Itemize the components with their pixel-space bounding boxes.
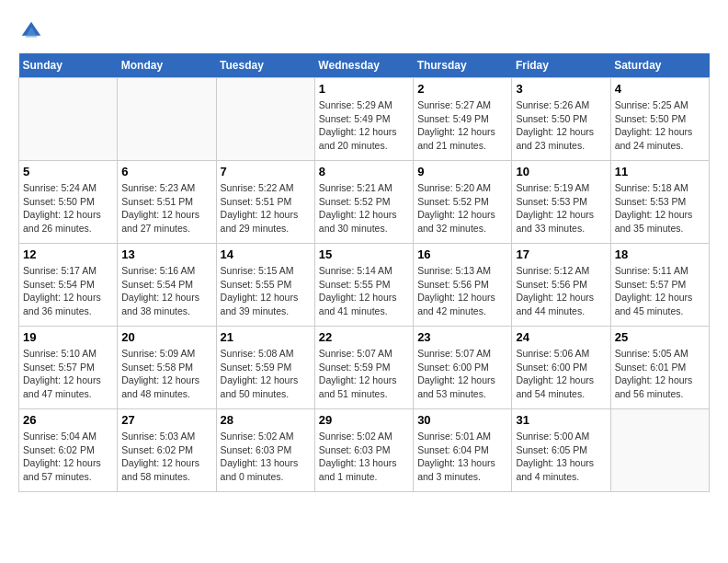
day-cell: 21Sunrise: 5:08 AM Sunset: 5:59 PM Dayli… <box>216 327 314 409</box>
day-cell: 24Sunrise: 5:06 AM Sunset: 6:00 PM Dayli… <box>512 327 610 409</box>
day-cell: 23Sunrise: 5:07 AM Sunset: 6:00 PM Dayli… <box>414 327 512 409</box>
day-cell: 7Sunrise: 5:22 AM Sunset: 5:51 PM Daylig… <box>216 161 314 244</box>
day-cell: 3Sunrise: 5:26 AM Sunset: 5:50 PM Daylig… <box>512 78 610 161</box>
day-cell: 5Sunrise: 5:24 AM Sunset: 5:50 PM Daylig… <box>19 161 118 244</box>
day-cell: 6Sunrise: 5:23 AM Sunset: 5:51 PM Daylig… <box>118 161 216 244</box>
col-wednesday: Wednesday <box>314 53 413 78</box>
header-row: Sunday Monday Tuesday Wednesday Thursday… <box>19 53 710 78</box>
day-cell: 9Sunrise: 5:20 AM Sunset: 5:52 PM Daylig… <box>414 161 512 244</box>
day-number: 5 <box>23 165 113 178</box>
day-cell: 31Sunrise: 5:00 AM Sunset: 6:05 PM Dayli… <box>512 409 610 492</box>
day-info: Sunrise: 5:11 AM Sunset: 5:57 PM Dayligh… <box>615 264 705 318</box>
day-cell: 13Sunrise: 5:16 AM Sunset: 5:54 PM Dayli… <box>118 244 216 327</box>
day-cell: 18Sunrise: 5:11 AM Sunset: 5:57 PM Dayli… <box>610 244 709 327</box>
day-info: Sunrise: 5:00 AM Sunset: 6:05 PM Dayligh… <box>516 430 606 484</box>
day-info: Sunrise: 5:15 AM Sunset: 5:55 PM Dayligh… <box>221 264 311 318</box>
day-number: 22 <box>319 330 409 344</box>
day-number: 13 <box>121 247 211 261</box>
day-cell: 27Sunrise: 5:03 AM Sunset: 6:02 PM Dayli… <box>118 409 216 492</box>
day-info: Sunrise: 5:22 AM Sunset: 5:51 PM Dayligh… <box>221 181 311 236</box>
logo <box>18 18 46 44</box>
day-info: Sunrise: 5:03 AM Sunset: 6:02 PM Dayligh… <box>121 430 211 484</box>
day-cell: 22Sunrise: 5:07 AM Sunset: 5:59 PM Dayli… <box>314 327 413 409</box>
day-info: Sunrise: 5:16 AM Sunset: 5:54 PM Dayligh… <box>121 264 211 318</box>
day-info: Sunrise: 5:12 AM Sunset: 5:56 PM Dayligh… <box>516 264 606 318</box>
day-cell: 12Sunrise: 5:17 AM Sunset: 5:54 PM Dayli… <box>19 244 118 327</box>
day-number: 28 <box>221 413 311 427</box>
day-info: Sunrise: 5:04 AM Sunset: 6:02 PM Dayligh… <box>23 430 113 484</box>
col-thursday: Thursday <box>414 53 512 78</box>
week-row-4: 19Sunrise: 5:10 AM Sunset: 5:57 PM Dayli… <box>19 327 710 409</box>
day-cell: 30Sunrise: 5:01 AM Sunset: 6:04 PM Dayli… <box>414 409 512 492</box>
day-info: Sunrise: 5:13 AM Sunset: 5:56 PM Dayligh… <box>417 264 507 318</box>
day-info: Sunrise: 5:07 AM Sunset: 6:00 PM Dayligh… <box>417 347 507 401</box>
day-cell: 15Sunrise: 5:14 AM Sunset: 5:55 PM Dayli… <box>314 244 413 327</box>
day-number: 30 <box>417 413 507 427</box>
col-tuesday: Tuesday <box>216 53 314 78</box>
day-number: 10 <box>516 165 606 178</box>
day-cell: 16Sunrise: 5:13 AM Sunset: 5:56 PM Dayli… <box>414 244 512 327</box>
day-info: Sunrise: 5:06 AM Sunset: 6:00 PM Dayligh… <box>516 347 606 401</box>
day-number: 15 <box>319 247 409 261</box>
day-cell: 17Sunrise: 5:12 AM Sunset: 5:56 PM Dayli… <box>512 244 610 327</box>
day-info: Sunrise: 5:02 AM Sunset: 6:03 PM Dayligh… <box>221 430 311 484</box>
day-info: Sunrise: 5:08 AM Sunset: 5:59 PM Dayligh… <box>221 347 311 401</box>
day-cell: 26Sunrise: 5:04 AM Sunset: 6:02 PM Dayli… <box>19 409 118 492</box>
day-number: 20 <box>121 330 211 344</box>
day-number: 31 <box>516 413 606 427</box>
page-header <box>18 18 710 44</box>
col-monday: Monday <box>118 53 216 78</box>
week-row-3: 12Sunrise: 5:17 AM Sunset: 5:54 PM Dayli… <box>19 244 710 327</box>
col-saturday: Saturday <box>610 53 709 78</box>
day-cell: 4Sunrise: 5:25 AM Sunset: 5:50 PM Daylig… <box>610 78 709 161</box>
day-info: Sunrise: 5:14 AM Sunset: 5:55 PM Dayligh… <box>319 264 409 318</box>
day-info: Sunrise: 5:25 AM Sunset: 5:50 PM Dayligh… <box>615 98 705 153</box>
day-number: 25 <box>615 330 705 344</box>
day-info: Sunrise: 5:27 AM Sunset: 5:49 PM Dayligh… <box>417 98 507 153</box>
day-number: 3 <box>516 82 606 96</box>
day-number: 19 <box>23 330 113 344</box>
day-cell: 28Sunrise: 5:02 AM Sunset: 6:03 PM Dayli… <box>216 409 314 492</box>
calendar-body: 1Sunrise: 5:29 AM Sunset: 5:49 PM Daylig… <box>19 78 710 492</box>
day-info: Sunrise: 5:24 AM Sunset: 5:50 PM Dayligh… <box>23 181 113 236</box>
day-number: 23 <box>417 330 507 344</box>
day-info: Sunrise: 5:01 AM Sunset: 6:04 PM Dayligh… <box>417 430 507 484</box>
day-cell <box>118 78 216 161</box>
day-number: 18 <box>615 247 705 261</box>
day-cell: 10Sunrise: 5:19 AM Sunset: 5:53 PM Dayli… <box>512 161 610 244</box>
day-cell: 14Sunrise: 5:15 AM Sunset: 5:55 PM Dayli… <box>216 244 314 327</box>
week-row-2: 5Sunrise: 5:24 AM Sunset: 5:50 PM Daylig… <box>19 161 710 244</box>
day-info: Sunrise: 5:23 AM Sunset: 5:51 PM Dayligh… <box>121 181 211 236</box>
day-number: 8 <box>319 165 409 178</box>
day-number: 26 <box>23 413 113 427</box>
calendar-table: Sunday Monday Tuesday Wednesday Thursday… <box>18 53 710 492</box>
logo-icon <box>18 18 44 44</box>
week-row-1: 1Sunrise: 5:29 AM Sunset: 5:49 PM Daylig… <box>19 78 710 161</box>
day-number: 17 <box>516 247 606 261</box>
day-number: 2 <box>417 82 507 96</box>
col-friday: Friday <box>512 53 610 78</box>
day-number: 11 <box>615 165 705 178</box>
day-info: Sunrise: 5:10 AM Sunset: 5:57 PM Dayligh… <box>23 347 113 401</box>
day-info: Sunrise: 5:19 AM Sunset: 5:53 PM Dayligh… <box>516 181 606 236</box>
day-number: 27 <box>121 413 211 427</box>
col-sunday: Sunday <box>19 53 118 78</box>
day-number: 9 <box>417 165 507 178</box>
day-cell: 11Sunrise: 5:18 AM Sunset: 5:53 PM Dayli… <box>610 161 709 244</box>
day-cell: 19Sunrise: 5:10 AM Sunset: 5:57 PM Dayli… <box>19 327 118 409</box>
day-number: 29 <box>319 413 409 427</box>
day-cell: 2Sunrise: 5:27 AM Sunset: 5:49 PM Daylig… <box>414 78 512 161</box>
day-info: Sunrise: 5:20 AM Sunset: 5:52 PM Dayligh… <box>417 181 507 236</box>
day-info: Sunrise: 5:29 AM Sunset: 5:49 PM Dayligh… <box>319 98 409 153</box>
day-info: Sunrise: 5:02 AM Sunset: 6:03 PM Dayligh… <box>319 430 409 484</box>
day-number: 1 <box>319 82 409 96</box>
day-cell: 29Sunrise: 5:02 AM Sunset: 6:03 PM Dayli… <box>314 409 413 492</box>
day-cell: 8Sunrise: 5:21 AM Sunset: 5:52 PM Daylig… <box>314 161 413 244</box>
day-cell <box>610 409 709 492</box>
day-number: 24 <box>516 330 606 344</box>
day-info: Sunrise: 5:18 AM Sunset: 5:53 PM Dayligh… <box>615 181 705 236</box>
day-number: 16 <box>417 247 507 261</box>
day-info: Sunrise: 5:21 AM Sunset: 5:52 PM Dayligh… <box>319 181 409 236</box>
day-info: Sunrise: 5:09 AM Sunset: 5:58 PM Dayligh… <box>121 347 211 401</box>
day-number: 12 <box>23 247 113 261</box>
